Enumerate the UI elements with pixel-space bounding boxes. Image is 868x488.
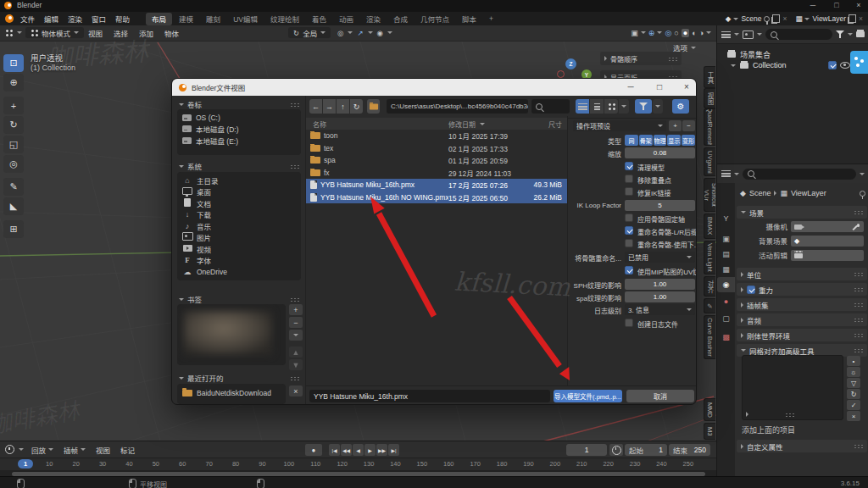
snap-magnet-icon[interactable]: ↗ xyxy=(357,29,363,37)
npanel-tab-QuadRemesh[interactable]: QuadRemesh xyxy=(704,108,715,146)
npanel-tab-BMAX[interactable]: BMAX xyxy=(704,214,715,239)
panel-插帧集[interactable]: 插帧集 xyxy=(737,298,867,311)
playhead-badge[interactable]: 1 xyxy=(18,459,33,469)
file-row[interactable]: YYB Hatsune Miku_16th.pmx17 2月 2025 07:2… xyxy=(306,179,567,191)
transport-jump-start-button[interactable]: |◀ xyxy=(329,444,340,456)
dialog-minimize-button[interactable]: ─ xyxy=(620,79,642,95)
dialog-close-button[interactable]: × xyxy=(676,79,697,95)
proportional-edit-icon[interactable]: ◉ xyxy=(377,29,383,37)
volume-item[interactable]: 本地磁盘 (D:) xyxy=(177,124,301,136)
mode-dropdown[interactable]: 物体模式 xyxy=(25,27,84,38)
panel-音频[interactable]: 音频 xyxy=(737,313,867,326)
npanel-tab-MMD[interactable]: MMD xyxy=(704,398,715,421)
window-close-button[interactable]: × xyxy=(849,0,868,11)
npanel-section[interactable]: 骨骼顺序 xyxy=(600,52,682,65)
panel-grip-icon[interactable] xyxy=(854,444,863,448)
operator-presets-dropdown[interactable]: 操作项预设 xyxy=(573,120,666,131)
workspace-tab-动画[interactable]: 动画 xyxy=(333,13,359,25)
overlay-toggle-icon[interactable]: ⊕ xyxy=(648,29,655,37)
checkbox-unchecked[interactable] xyxy=(625,319,633,327)
align-filter-button[interactable]: ▽ xyxy=(847,378,860,388)
column-name[interactable]: 名称 xyxy=(306,119,448,129)
view-list-vertical-button[interactable] xyxy=(576,99,589,114)
bookmark-move-up-button[interactable]: ▲ xyxy=(289,347,303,358)
checkbox-unchecked[interactable] xyxy=(625,175,633,183)
eyedropper-icon[interactable] xyxy=(851,222,860,231)
checkbox-unchecked[interactable] xyxy=(625,239,633,247)
transport-jump-end-button[interactable]: ▶| xyxy=(388,444,399,456)
addon-blue-button[interactable] xyxy=(850,51,868,74)
npanel-tab-✎[interactable]: ✎ xyxy=(704,298,715,313)
recent-item[interactable]: BaiduNetdiskDownload xyxy=(177,387,286,399)
timeline-menu-标记[interactable]: 标记 xyxy=(120,445,135,455)
viewport-menu[interactable]: 视图 xyxy=(88,28,103,38)
menubar-menu[interactable]: 文件 xyxy=(20,14,35,24)
type-toggle-变形[interactable]: 变形 xyxy=(682,135,695,146)
shading-solid-icon[interactable]: ● xyxy=(682,29,689,37)
scene-field-scene[interactable]: ◆ xyxy=(791,236,864,247)
align-panel-list[interactable] xyxy=(742,355,843,420)
panel-grip-icon[interactable] xyxy=(854,272,863,276)
pivot-icon[interactable]: ◎ xyxy=(337,29,343,37)
bookmark-menu-button[interactable] xyxy=(289,330,303,341)
window-minimize-button[interactable]: ─ xyxy=(804,0,822,11)
volume-item[interactable]: OS (C:) xyxy=(177,112,301,124)
outliner-search-input[interactable] xyxy=(765,29,832,40)
breadcrumb-scene[interactable]: Scene xyxy=(749,189,771,197)
system-item-video[interactable]: 视频 xyxy=(177,243,301,255)
system-item-font[interactable]: F字体 xyxy=(177,255,301,267)
preset-remove-button[interactable]: − xyxy=(682,120,695,131)
refresh-button[interactable]: ↻ xyxy=(350,99,363,114)
new-collection-icon[interactable] xyxy=(856,31,865,37)
panel-grip-icon[interactable] xyxy=(854,210,863,214)
tool-measure[interactable]: ◣ xyxy=(3,197,24,215)
view-thumbnail-button[interactable] xyxy=(604,99,618,114)
type-toggle-物理[interactable]: 物理 xyxy=(654,135,667,146)
frame-start-field[interactable]: 起始 1 xyxy=(625,444,667,456)
settings-gear-button[interactable]: ⚙ xyxy=(672,99,689,114)
copy-viewlayer-icon[interactable] xyxy=(849,14,856,23)
blender-menu-icon[interactable] xyxy=(5,14,14,23)
transport-next-keyframe-button[interactable]: ▶▶ xyxy=(376,444,387,456)
custom-properties-header[interactable]: 自定义属性 xyxy=(737,440,867,452)
scene-collection-row[interactable]: 场景集合 xyxy=(727,49,771,60)
npanel-tab-Curve Basher[interactable]: Curve Basher xyxy=(704,315,715,359)
system-item-documents[interactable]: 文档 xyxy=(177,197,301,209)
orientation-dropdown[interactable]: ↻ 全局 xyxy=(288,27,331,38)
panel-grip-icon[interactable] xyxy=(854,348,863,352)
workspace-tab-纹理绘制[interactable]: 纹理绘制 xyxy=(264,13,305,25)
checkbox-checked[interactable] xyxy=(625,266,633,274)
menubar-menu[interactable]: 渲染 xyxy=(68,14,82,24)
align-refresh-button[interactable]: ↻ xyxy=(847,389,860,399)
bookmark-add-button[interactable]: + xyxy=(289,304,303,315)
hide-viewport-icon[interactable] xyxy=(840,62,850,69)
copy-scene-icon[interactable] xyxy=(772,14,780,23)
column-size[interactable]: 尺寸 xyxy=(520,119,567,129)
system-item-desktop[interactable]: 桌面 xyxy=(177,186,301,198)
align-apply-button[interactable]: ✓ xyxy=(847,400,860,410)
shading-rendered-icon[interactable]: ◑ xyxy=(699,29,704,37)
breadcrumb-viewlayer[interactable]: ViewLayer xyxy=(791,189,826,197)
volumes-section-header[interactable]: 卷标 xyxy=(179,99,299,109)
delete-viewlayer-icon[interactable]: × xyxy=(859,14,863,23)
cancel-button[interactable]: 取消 xyxy=(626,390,694,402)
timeline-ruler[interactable]: 1 10203040506070809010011012013014015016… xyxy=(0,458,716,470)
option-value-field[interactable]: 1.00 xyxy=(625,291,695,302)
tool-add-cube[interactable]: ⊞ xyxy=(3,220,24,238)
transport-prev-keyframe-button[interactable]: ◀◀ xyxy=(341,444,352,456)
align-remove-button[interactable]: × xyxy=(847,411,860,421)
system-item-home[interactable]: ⌂主目录 xyxy=(177,175,301,186)
up-button[interactable]: ↑ xyxy=(337,99,349,114)
xray-toggle-icon[interactable]: ◎ xyxy=(665,29,671,37)
dialog-titlebar[interactable]: Blender文件视图 ─ □ × xyxy=(172,79,696,96)
workspace-tab-雕刻[interactable]: 雕刻 xyxy=(200,13,226,25)
new-folder-button[interactable] xyxy=(367,99,380,114)
timeline-menu-插帧[interactable]: 插帧 xyxy=(64,445,86,455)
tab-world[interactable]: ● xyxy=(717,294,735,309)
recent-section-header[interactable]: 最近打开的 xyxy=(179,373,299,383)
type-toggle-骨架[interactable]: 骨架 xyxy=(639,135,653,146)
column-date[interactable]: 修改日期 xyxy=(448,119,520,129)
panel-grip-icon[interactable] xyxy=(854,287,863,291)
timeline-menu-视图[interactable]: 视图 xyxy=(96,445,110,455)
preset-add-button[interactable]: + xyxy=(669,120,682,131)
